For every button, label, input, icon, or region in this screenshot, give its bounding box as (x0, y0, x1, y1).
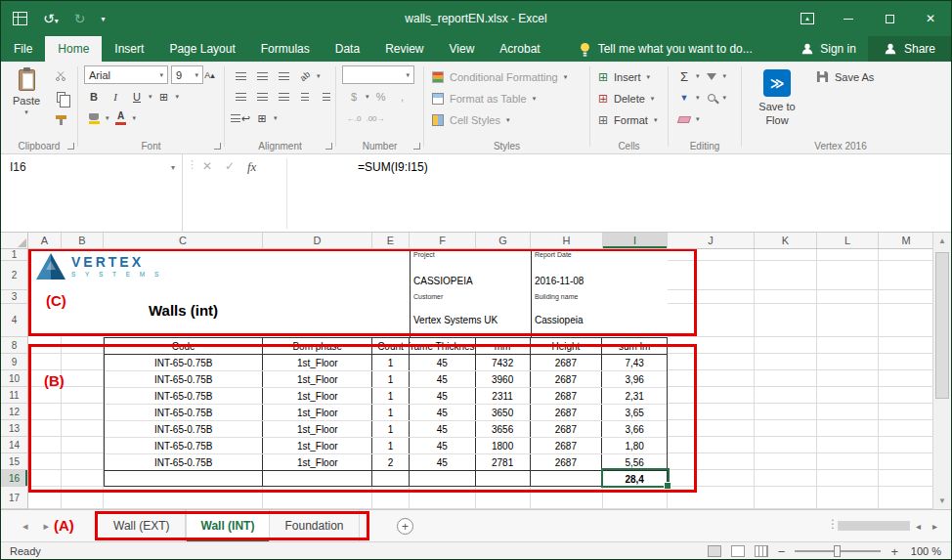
table-cell[interactable]: 3656 (476, 421, 531, 437)
decrease-decimal-button[interactable]: .00→ (366, 109, 385, 127)
active-cell-selection[interactable] (601, 468, 670, 488)
row-header-17[interactable]: 17 (1, 487, 27, 509)
orientation-button[interactable]: ab (292, 64, 319, 90)
column-header-e[interactable]: E (372, 233, 410, 248)
number-format-combo[interactable]: ▾ (342, 65, 414, 84)
row-header-11[interactable]: 11 (1, 387, 27, 404)
table-cell[interactable]: INT-65-0.75B (105, 454, 263, 470)
column-header-d[interactable]: D (263, 233, 372, 248)
column-header-h[interactable]: H (531, 233, 603, 248)
ribbon-tab-home[interactable]: Home (45, 36, 102, 62)
format-cells-button[interactable]: ⊞ Format ▾ (598, 110, 657, 130)
scroll-down-icon[interactable]: ▼ (933, 493, 951, 509)
row-header-4[interactable]: 4 (1, 304, 27, 337)
cut-button[interactable] (50, 67, 71, 85)
ribbon-tab-data[interactable]: Data (323, 36, 372, 62)
copy-button[interactable] (50, 88, 71, 106)
zoom-in-button[interactable]: + (890, 544, 898, 559)
table-cell[interactable]: 1st_Floor (263, 438, 372, 453)
table-cell[interactable]: 2 (372, 454, 410, 470)
accounting-format-button[interactable]: $ (344, 88, 364, 106)
fill-color-button[interactable] (84, 109, 104, 127)
row-header-10[interactable]: 10 (1, 370, 27, 387)
table-cell[interactable]: 45 (410, 355, 476, 370)
fill-button[interactable]: ▼ (674, 89, 694, 107)
table-cell[interactable]: 7,43 (602, 355, 667, 370)
table-cell[interactable]: 45 (410, 421, 476, 437)
vertical-scroll-thumb[interactable] (935, 252, 949, 399)
row-header-8[interactable]: 8 (1, 337, 27, 354)
table-cell[interactable]: INT-65-0.75B (105, 355, 263, 370)
wrap-text-button[interactable]: ↩ (231, 109, 250, 127)
table-cell[interactable]: 45 (410, 371, 476, 387)
ribbon-tab-formulas[interactable]: Formulas (248, 36, 323, 62)
table-cell[interactable]: 1st_Floor (263, 421, 372, 437)
comma-style-button[interactable]: , (393, 88, 412, 106)
table-cell[interactable]: 2687 (531, 388, 603, 404)
share-button[interactable]: Share (868, 36, 951, 62)
table-cell[interactable]: INT-65-0.75B (105, 388, 263, 404)
table-cell[interactable]: 2,31 (602, 388, 667, 404)
table-cell[interactable]: 2687 (531, 454, 603, 470)
ribbon-tab-insert[interactable]: Insert (102, 36, 156, 62)
zoom-slider[interactable] (795, 550, 881, 552)
tell-me-box[interactable]: Tell me what you want to do... (579, 36, 753, 62)
close-button[interactable]: ✕ (910, 1, 951, 36)
table-cell[interactable]: 1st_Floor (263, 371, 372, 387)
column-header-a[interactable]: A (28, 233, 62, 248)
percent-style-button[interactable]: % (371, 88, 391, 106)
name-box[interactable]: I16 ▾ (1, 154, 183, 233)
next-sheet-icon[interactable]: ▸ (44, 520, 50, 533)
row-header-12[interactable]: 12 (1, 404, 27, 420)
normal-view-button[interactable] (708, 545, 721, 557)
decrease-indent-button[interactable] (295, 88, 315, 106)
sign-in-button[interactable]: Sign in (789, 36, 868, 62)
table-cell[interactable]: 2311 (476, 388, 531, 404)
table-cell[interactable]: 1 (372, 355, 410, 370)
align-left-button[interactable] (231, 88, 250, 106)
table-cell[interactable]: 1st_Floor (263, 355, 372, 370)
save-to-flow-button[interactable]: ≫ Save toFlow (750, 65, 804, 128)
project-value[interactable]: CASSIOPEIA (413, 276, 473, 286)
ribbon-tab-view[interactable]: View (437, 36, 488, 62)
ribbon-display-options-button[interactable]: ▴ (787, 1, 828, 36)
table-header-cell[interactable]: Bom phase (263, 338, 372, 354)
sort-filter-button[interactable] (702, 67, 721, 85)
table-cell[interactable]: 2687 (531, 371, 603, 387)
alignment-dialog-launcher-icon[interactable] (325, 143, 332, 150)
row-header-3[interactable]: 3 (1, 290, 27, 304)
table-cell[interactable]: 2687 (531, 421, 603, 437)
table-cell[interactable]: 3650 (476, 405, 531, 420)
table-cell[interactable]: 1 (372, 388, 410, 404)
table-cell[interactable]: 1st_Floor (263, 454, 372, 470)
table-header-cell[interactable]: Frame Thickness (410, 338, 476, 354)
find-select-button[interactable] (702, 89, 721, 107)
column-header-b[interactable]: B (62, 233, 104, 248)
zoom-level[interactable]: 100 % (908, 545, 941, 557)
empty-cell[interactable] (410, 471, 476, 487)
underline-button[interactable]: U (127, 88, 147, 106)
merge-center-button[interactable]: ⊞ (252, 109, 272, 127)
sheet-tab-wall-int[interactable]: Wall (INT) (186, 510, 271, 541)
table-cell[interactable]: 2781 (476, 454, 531, 470)
increase-decimal-button[interactable]: ←.0 (344, 109, 364, 127)
table-cell[interactable]: INT-65-0.75B (105, 405, 263, 420)
save-as-button[interactable]: Save As (816, 70, 874, 83)
scroll-up-icon[interactable]: ▲ (933, 233, 951, 249)
ribbon-tab-page-layout[interactable]: Page Layout (156, 36, 247, 62)
insert-cells-button[interactable]: ⊞ Insert ▾ (598, 67, 650, 87)
building-name-value[interactable]: Cassiopeia (535, 315, 583, 325)
cell-styles-button[interactable]: Cell Styles ▾ (432, 110, 509, 130)
column-header-k[interactable]: K (755, 233, 817, 248)
table-cell[interactable]: 45 (410, 454, 476, 470)
row-header-14[interactable]: 14 (1, 437, 27, 453)
table-cell[interactable]: 1800 (476, 438, 531, 453)
table-cell[interactable]: INT-65-0.75B (105, 421, 263, 437)
font-size-combo[interactable]: 9▾ (171, 65, 203, 84)
insert-function-icon[interactable]: fx (247, 159, 256, 175)
table-cell[interactable]: 1st_Floor (263, 388, 372, 404)
table-cell[interactable]: 45 (410, 388, 476, 404)
column-header-g[interactable]: G (476, 233, 531, 248)
paste-button[interactable]: Paste▾ (3, 65, 50, 117)
table-cell[interactable]: 3960 (476, 371, 531, 387)
